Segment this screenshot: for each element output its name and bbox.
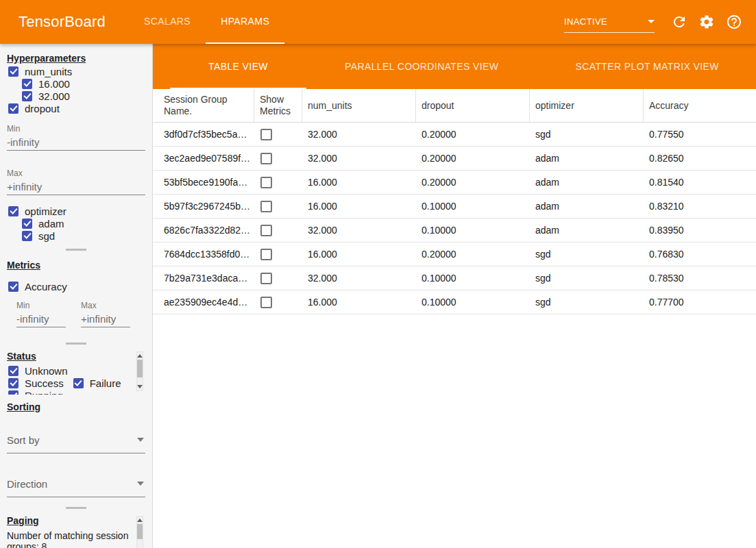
show-metrics-checkbox[interactable] — [260, 129, 272, 140]
help-button[interactable] — [720, 8, 748, 36]
status-success-label: Success — [25, 377, 64, 389]
hparams-main: TABLE VIEW PARALLEL COORDINATES VIEW SCA… — [153, 44, 756, 548]
dropout-cell: 0.10000 — [416, 297, 530, 308]
scroll-up-icon[interactable] — [137, 519, 143, 522]
scrollbar-thumb[interactable] — [137, 524, 143, 539]
help-icon — [726, 14, 742, 30]
session-group-name: 3ec2aed9e07589f… — [153, 153, 254, 164]
checkbox-checked-icon[interactable] — [22, 219, 32, 229]
checkbox-checked-icon[interactable] — [8, 66, 19, 77]
checkbox-checked-icon[interactable] — [8, 366, 19, 376]
paging-section: Paging Number of matching session groups… — [0, 511, 152, 548]
metrics-section: Metrics Accuracy Min -infinity Max +infi… — [0, 253, 152, 340]
chevron-down-icon — [137, 438, 144, 442]
hyperparameters-heading: Hyperparameters — [7, 53, 145, 64]
section-resize-handle[interactable] — [0, 505, 152, 511]
sorting-heading: Sorting — [7, 401, 145, 412]
status-running-row[interactable]: Running — [7, 389, 63, 395]
hparam-num-units-row[interactable]: num_units — [7, 65, 145, 77]
table-row: ae235909ec4e4d… 16.000 0.10000 sgd 0.777… — [153, 290, 756, 314]
checkbox-checked-icon[interactable] — [22, 231, 32, 241]
status-filter-list: Unknown Success Failure Running — [7, 364, 136, 395]
tab-scalars[interactable]: SCALARS — [129, 0, 206, 44]
status-scrollbar[interactable] — [136, 351, 143, 391]
table-row: 6826c7fa3322d82… 32.000 0.10000 adam 0.8… — [153, 219, 756, 242]
session-group-name: 53bf5bece9190fa… — [153, 177, 254, 188]
num-units-value-32-row[interactable]: 32.000 — [21, 90, 145, 102]
status-success-row[interactable]: Success — [7, 377, 64, 389]
optimizer-value-adam-row[interactable]: adam — [21, 217, 145, 229]
sort-by-select[interactable]: Sort by — [7, 434, 145, 453]
checkbox-checked-icon[interactable] — [8, 282, 19, 292]
table-row: 7b29a731e3daca… 32.000 0.10000 sgd 0.785… — [153, 266, 756, 290]
dropout-min-input[interactable]: -infinity — [7, 134, 145, 151]
table-row: 5b97f3c2967245b… 16.000 0.10000 adam 0.8… — [153, 195, 756, 219]
num-units-value-16-row[interactable]: 16.000 — [21, 77, 145, 90]
direction-select[interactable]: Direction — [7, 478, 145, 497]
optimizer-value-sgd-row[interactable]: sgd — [21, 229, 145, 242]
show-metrics-checkbox[interactable] — [260, 273, 272, 284]
hparam-optimizer-row[interactable]: optimizer — [7, 205, 145, 217]
tab-table-view[interactable]: TABLE VIEW — [170, 44, 306, 89]
metric-min-label: Min — [16, 301, 66, 310]
hparam-dropout-row[interactable]: dropout — [7, 102, 145, 114]
num-units-value-32-label: 32.000 — [38, 90, 70, 102]
checkbox-checked-icon[interactable] — [73, 378, 84, 388]
scroll-up-icon[interactable] — [137, 354, 143, 358]
metrics-heading: Metrics — [7, 260, 145, 271]
tab-parallel-coordinates-view[interactable]: PARALLEL COORDINATES VIEW — [306, 44, 537, 89]
column-header-optimizer: optimizer — [530, 89, 644, 122]
matching-session-groups-text: Number of matching session groups: 8 — [7, 530, 137, 548]
header-controls: INACTIVE — [564, 0, 748, 44]
hparam-dropout-label: dropout — [25, 103, 60, 114]
metric-min-input[interactable]: -infinity — [16, 310, 66, 327]
paging-scrollbar[interactable] — [136, 516, 143, 548]
tab-hparams[interactable]: HPARAMS — [206, 0, 284, 44]
hparams-sidebar: Hyperparameters num_units 16.000 32.000 … — [0, 44, 153, 548]
dropout-min-label: Min — [7, 124, 145, 134]
optimizer-cell: sgd — [530, 297, 644, 308]
view-tabs: TABLE VIEW PARALLEL COORDINATES VIEW SCA… — [153, 44, 756, 89]
accuracy-cell: 0.77550 — [644, 129, 756, 140]
checkbox-checked-icon[interactable] — [22, 91, 32, 101]
tab-scatter-plot-matrix-view[interactable]: SCATTER PLOT MATRIX VIEW — [537, 44, 756, 89]
session-group-name: ae235909ec4e4d… — [153, 297, 254, 308]
show-metrics-checkbox[interactable] — [260, 225, 272, 236]
checkbox-checked-icon[interactable] — [22, 79, 32, 89]
settings-button[interactable] — [693, 8, 720, 36]
metric-accuracy-row[interactable]: Accuracy — [7, 280, 145, 292]
accuracy-cell: 0.77700 — [644, 297, 756, 308]
show-metrics-checkbox[interactable] — [260, 297, 272, 308]
optimizer-cell: adam — [530, 225, 644, 236]
num-units-cell: 16.000 — [302, 201, 416, 212]
dropout-max-input[interactable]: +infinity — [7, 178, 145, 195]
show-metrics-checkbox[interactable] — [260, 177, 272, 188]
section-resize-handle[interactable] — [0, 247, 152, 253]
metric-max-input[interactable]: +infinity — [81, 310, 130, 327]
optimizer-value-sgd-label: sgd — [38, 230, 55, 242]
status-unknown-row[interactable]: Unknown — [7, 364, 68, 377]
status-running-label: Running — [25, 390, 63, 395]
checkbox-checked-icon[interactable] — [8, 103, 19, 114]
refresh-button[interactable] — [666, 8, 693, 36]
num-units-cell: 32.000 — [302, 225, 416, 236]
sort-by-placeholder: Sort by — [7, 434, 40, 446]
top-nav: SCALARS HPARAMS — [129, 0, 284, 44]
app-title: TensorBoard — [19, 13, 106, 31]
show-metrics-checkbox[interactable] — [260, 249, 272, 260]
reload-mode-dropdown[interactable]: INACTIVE — [564, 11, 655, 33]
session-group-name: 3df0d7cf35bec5a… — [153, 129, 254, 140]
show-metrics-checkbox[interactable] — [260, 153, 272, 164]
section-resize-handle[interactable] — [0, 340, 152, 347]
checkbox-checked-icon[interactable] — [8, 378, 19, 388]
checkbox-checked-icon[interactable] — [8, 206, 19, 216]
status-failure-row[interactable]: Failure — [72, 377, 121, 389]
accuracy-cell: 0.81540 — [644, 177, 756, 188]
hparam-optimizer-label: optimizer — [25, 206, 66, 217]
show-metrics-checkbox[interactable] — [260, 201, 272, 212]
hparam-num-units-label: num_units — [25, 66, 72, 77]
column-header-show-metrics: Show Metrics — [254, 89, 302, 122]
num-units-cell: 16.000 — [302, 297, 416, 308]
scrollbar-thumb[interactable] — [137, 360, 143, 377]
scroll-down-icon[interactable] — [137, 385, 143, 388]
